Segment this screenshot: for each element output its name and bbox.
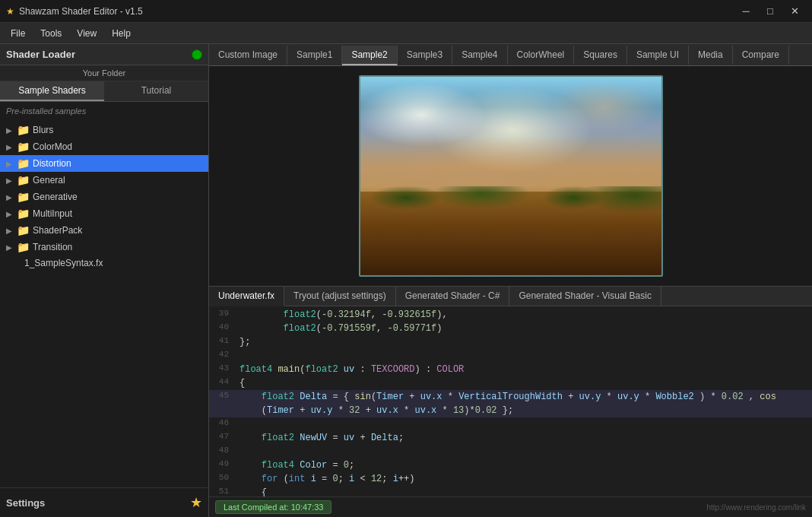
main-layout: Shader Loader Your Folder Sample Shaders…: [0, 44, 812, 517]
chevron-shaderpack: ▶: [6, 227, 14, 235]
menu-view[interactable]: View: [69, 25, 104, 42]
preview-area: [209, 66, 812, 287]
status-indicator: [192, 49, 202, 60]
tree-label-generative: Generative: [33, 192, 78, 202]
tab-sample4[interactable]: Sample4: [452, 46, 507, 65]
settings-label: Settings: [6, 497, 45, 509]
folder-icon-colormod: 📁: [17, 141, 30, 153]
file-item-sample-syntax[interactable]: 1_SampleSyntax.fx: [0, 255, 208, 271]
tree-label-colormod: ColorMod: [33, 141, 72, 152]
code-line-49: 49 float4 Color = 0;: [209, 458, 812, 472]
tree-item-distortion[interactable]: ▶ 📁 Distortion: [0, 155, 208, 172]
tree-label-distortion: Distortion: [33, 158, 71, 169]
code-line-40: 40 float2(-0.791559f, -0.59771f): [209, 322, 812, 335]
minimize-button[interactable]: ─: [734, 4, 757, 19]
menu-help[interactable]: Help: [104, 25, 138, 42]
maximize-button[interactable]: □: [759, 4, 782, 19]
tree-list: ▶ 📁 Blurs ▶ 📁 ColorMod ▶ 📁 Distortion ▶ …: [0, 120, 208, 487]
folder-label: Your Folder: [0, 65, 208, 81]
app-icon: ★: [6, 6, 14, 17]
preview-image: [359, 75, 663, 277]
sidebar-section-label: Pre-installed samples: [0, 102, 208, 120]
menu-file[interactable]: File: [3, 25, 33, 42]
code-line-51: 51 {: [209, 486, 812, 496]
titlebar: ★ Shawzam Shader Editor - v1.5 ─ □ ✕: [0, 0, 812, 23]
compile-status: Last Compiled at: 10:47:33: [215, 500, 331, 514]
code-line-41: 41 };: [209, 335, 812, 349]
tree-label-shaderpack: ShaderPack: [33, 225, 82, 236]
sidebar-tabs: Sample Shaders Tutorial: [0, 81, 208, 102]
tree-item-generative[interactable]: ▶ 📁 Generative: [0, 189, 208, 205]
chevron-colormod: ▶: [6, 143, 14, 151]
folder-icon-multiinput: 📁: [17, 208, 30, 220]
tab-squares[interactable]: Squares: [574, 46, 627, 65]
tree-item-colormod[interactable]: ▶ 📁 ColorMod: [0, 138, 208, 155]
right-panel: Custom Image Sample1 Sample2 Sample3 Sam…: [209, 44, 812, 517]
code-line-39: 39 float2(-0.32194f, -0.932615f),: [209, 308, 812, 322]
code-area[interactable]: 39 float2(-0.32194f, -0.932615f), 40 flo…: [209, 306, 812, 496]
folder-icon-blurs: 📁: [17, 124, 30, 136]
tree-item-transition[interactable]: ▶ 📁 Transition: [0, 239, 208, 255]
code-line-45b: (Timer + uv.y * 32 + uv.x * uv.x * 13)*0…: [209, 404, 812, 417]
statusbar: Last Compiled at: 10:47:33 http://www.re…: [209, 496, 812, 517]
tab-sample3[interactable]: Sample3: [398, 46, 452, 65]
tab-underwater-fx[interactable]: Underwater.fx: [209, 287, 284, 306]
tree-item-blurs[interactable]: ▶ 📁 Blurs: [0, 122, 208, 138]
tab-custom-image[interactable]: Custom Image: [209, 46, 287, 65]
tree-label-general: General: [33, 175, 65, 186]
sidebar: Shader Loader Your Folder Sample Shaders…: [0, 44, 209, 517]
file-label-sample-syntax: 1_SampleSyntax.fx: [24, 258, 103, 268]
chevron-distortion: ▶: [6, 160, 14, 168]
titlebar-left: ★ Shawzam Shader Editor - v1.5: [6, 6, 143, 17]
app-title: Shawzam Shader Editor - v1.5: [19, 6, 143, 17]
tab-media[interactable]: Media: [689, 46, 733, 65]
code-line-47: 47 float2 NewUV = uv + Delta;: [209, 431, 812, 445]
top-tabs: Custom Image Sample1 Sample2 Sample3 Sam…: [209, 44, 812, 66]
titlebar-controls: ─ □ ✕: [734, 4, 806, 19]
tab-tutorial[interactable]: Tutorial: [104, 81, 208, 101]
chevron-generative: ▶: [6, 193, 14, 201]
code-line-46: 46: [209, 417, 812, 431]
code-line-48: 48: [209, 445, 812, 458]
tab-sample1[interactable]: Sample1: [287, 46, 342, 65]
tree-item-shaderpack[interactable]: ▶ 📁 ShaderPack: [0, 222, 208, 239]
tree-label-multiinput: MultiInput: [33, 208, 72, 219]
code-line-45: 45 float2 Delta = { sin(Timer + uv.x * V…: [209, 390, 812, 404]
folder-icon-general: 📁: [17, 174, 30, 186]
chevron-general: ▶: [6, 176, 14, 185]
tab-compare[interactable]: Compare: [733, 46, 789, 65]
tab-colorwheel[interactable]: ColorWheel: [508, 46, 575, 65]
code-line-44: 44 {: [209, 376, 812, 390]
tree-label-blurs: Blurs: [33, 125, 53, 135]
chevron-transition: ▶: [6, 243, 14, 252]
tree-item-general[interactable]: ▶ 📁 General: [0, 172, 208, 189]
chevron-multiinput: ▶: [6, 210, 14, 218]
tab-sample-ui[interactable]: Sample UI: [627, 46, 689, 65]
tree-item-multiinput[interactable]: ▶ 📁 MultiInput: [0, 205, 208, 222]
folder-icon-generative: 📁: [17, 191, 30, 203]
vegetation-layer: [360, 186, 661, 216]
tab-sample2[interactable]: Sample2: [342, 46, 397, 65]
bottom-tabs: Underwater.fx Tryout (adjust settings) G…: [209, 287, 812, 306]
folder-icon-distortion: 📁: [17, 157, 30, 170]
folder-icon-shaderpack: 📁: [17, 224, 30, 236]
shader-loader-title: Shader Loader: [6, 49, 75, 60]
tree-label-transition: Transition: [33, 242, 72, 252]
close-button[interactable]: ✕: [783, 4, 806, 19]
menu-tools[interactable]: Tools: [33, 25, 69, 42]
settings-section: Settings ★: [0, 487, 208, 517]
star-icon: ★: [190, 494, 202, 511]
code-line-42: 42: [209, 349, 812, 363]
code-line-50: 50 for (int i = 0; i < 12; i++): [209, 472, 812, 486]
chevron-blurs: ▶: [6, 126, 14, 135]
status-url: http://www.rendering.com/link: [706, 503, 806, 512]
folder-icon-transition: 📁: [17, 241, 30, 253]
tab-tryout[interactable]: Tryout (adjust settings): [284, 287, 396, 306]
menubar: File Tools View Help: [0, 23, 812, 44]
code-line-43: 43 float4 main(float2 uv : TEXCOORD) : C…: [209, 363, 812, 376]
tab-sample-shaders[interactable]: Sample Shaders: [0, 81, 104, 101]
tab-generated-vb[interactable]: Generated Shader - Visual Basic: [509, 287, 661, 306]
tab-generated-csharp[interactable]: Generated Shader - C#: [396, 287, 510, 306]
shader-loader-header: Shader Loader: [0, 44, 208, 65]
